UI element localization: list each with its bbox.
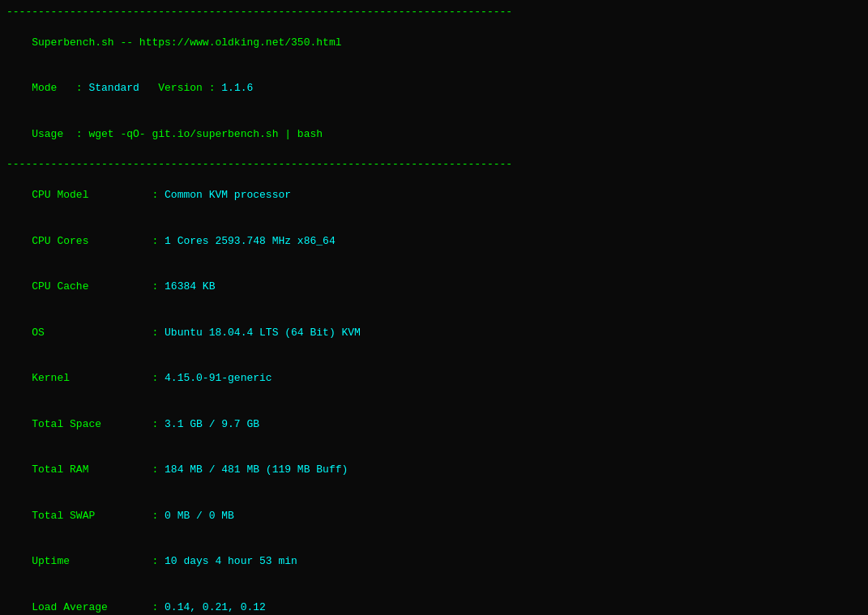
os-line: OS : Ubuntu 18.04.4 LTS (64 Bit) KVM [6, 310, 862, 357]
header-line1: Superbench.sh -- https://www.oldking.net… [6, 20, 862, 66]
cpu-model-line: CPU Model : Common KVM processor [6, 173, 862, 219]
total-swap-line: Total SWAP : 0 MB / 0 MB [6, 493, 862, 540]
uptime-line: Uptime : 10 days 4 hour 53 min [6, 540, 862, 586]
separator-1: ----------------------------------------… [6, 157, 862, 173]
terminal-output: ----------------------------------------… [6, 5, 862, 615]
cpu-cache-line: CPU Cache : 16384 KB [6, 264, 862, 310]
total-space-line: Total Space : 3.1 GB / 9.7 GB [6, 402, 862, 448]
separator-top: ----------------------------------------… [6, 5, 862, 20]
cpu-cores-line: CPU Cores : 1 Cores 2593.748 MHz x86_64 [6, 219, 862, 265]
header-line3: Usage : wget -qO- git.io/superbench.sh |… [6, 112, 862, 158]
header-line2: Mode : Standard Version : 1.1.6 [6, 66, 862, 112]
load-avg-line: Load Average : 0.14, 0.21, 0.12 [6, 585, 862, 615]
kernel-line: Kernel : 4.15.0-91-generic [6, 356, 862, 402]
total-ram-line: Total RAM : 184 MB / 481 MB (119 MB Buff… [6, 447, 862, 493]
